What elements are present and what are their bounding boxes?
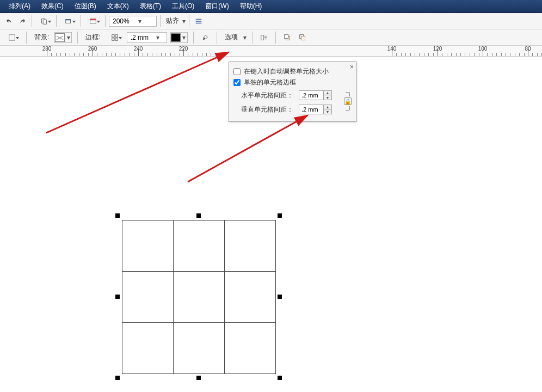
toolbar-table-props: 背景: ▾ 边框: .2 mm ▾ ▾ 选项 ▾ <box>0 29 542 46</box>
no-fill-swatch <box>55 33 65 42</box>
separator <box>105 15 106 27</box>
separate-borders-checkbox[interactable] <box>233 79 241 86</box>
welcome-icon[interactable] <box>84 15 102 27</box>
svg-rect-5 <box>90 19 96 20</box>
selection-handle-n[interactable] <box>196 213 201 218</box>
text-wrap-icon[interactable] <box>258 32 270 44</box>
v-spacing-spinner[interactable]: ▲▼ <box>299 105 332 114</box>
table-cell[interactable] <box>225 323 276 374</box>
table-cell[interactable] <box>174 323 225 374</box>
border-select-icon[interactable] <box>106 32 124 44</box>
table-grid[interactable] <box>122 220 276 374</box>
outline-pen-icon[interactable] <box>199 32 211 44</box>
chevron-down-icon[interactable]: ▾ <box>243 34 247 41</box>
table-cell[interactable] <box>225 272 276 323</box>
to-back-icon[interactable] <box>297 32 309 44</box>
separator <box>193 32 194 44</box>
border-label: 边框: <box>83 33 102 42</box>
copy-icon[interactable] <box>35 15 53 27</box>
svg-rect-7 <box>196 21 202 22</box>
close-icon[interactable]: × <box>350 63 354 71</box>
border-color-dropdown[interactable]: ▾ <box>170 32 188 43</box>
black-swatch <box>171 33 181 42</box>
svg-rect-16 <box>284 34 288 38</box>
auto-resize-checkbox[interactable] <box>233 68 241 75</box>
svg-rect-11 <box>115 34 118 36</box>
menu-help[interactable]: 帮助(H) <box>235 1 268 12</box>
separator <box>189 15 189 27</box>
selection-handle-e[interactable] <box>278 295 282 299</box>
table-cell[interactable] <box>225 220 276 272</box>
menu-table[interactable]: 表格(T) <box>134 1 167 12</box>
border-width-combo[interactable]: .2 mm ▾ <box>127 32 167 43</box>
h-spacing-label: 水平单元格间距： <box>241 91 295 100</box>
annotation-arrow-2 <box>185 111 321 187</box>
zoom-combo[interactable]: 200% ▾ <box>109 16 157 27</box>
menu-window[interactable]: 窗口(W) <box>200 1 234 12</box>
menu-bitmap[interactable]: 位图(B) <box>69 1 102 12</box>
svg-rect-13 <box>115 38 118 40</box>
svg-line-19 <box>46 52 229 133</box>
chevron-down-icon: ▾ <box>155 34 161 41</box>
svg-rect-6 <box>196 19 202 20</box>
h-spacing-spinner[interactable]: ▲▼ <box>299 90 332 100</box>
menu-arrange[interactable]: 排列(A) <box>3 1 36 12</box>
object-size-icon[interactable] <box>3 32 21 44</box>
menubar: 排列(A) 效果(C) 位图(B) 文本(X) 表格(T) 工具(O) 窗口(W… <box>0 0 542 13</box>
spinner-buttons[interactable]: ▲▼ <box>324 90 332 100</box>
selection-handle-sw[interactable] <box>115 376 120 380</box>
selection-handle-w[interactable] <box>115 295 120 299</box>
v-spacing-label: 垂直单元格间距： <box>241 105 295 114</box>
separator <box>160 15 161 27</box>
svg-line-20 <box>188 115 307 182</box>
table-cell[interactable] <box>122 272 174 323</box>
auto-resize-label: 在键入时自动调整单元格大小 <box>244 67 329 76</box>
separator <box>56 15 57 27</box>
background-label: 背景: <box>32 33 51 42</box>
table-cell[interactable] <box>122 220 174 272</box>
to-front-icon[interactable] <box>281 32 293 44</box>
snap-label[interactable]: 贴齐 <box>164 16 181 26</box>
table-cell[interactable] <box>174 220 225 272</box>
redo-icon[interactable] <box>16 15 28 27</box>
svg-rect-14 <box>261 35 263 40</box>
lock-icon: 🔒 <box>344 97 352 105</box>
border-width-value: .2 mm <box>131 34 155 41</box>
chevron-down-icon[interactable]: ▾ <box>182 17 186 25</box>
svg-rect-8 <box>196 22 202 23</box>
background-color-dropdown[interactable]: ▾ <box>54 32 72 43</box>
undo-icon[interactable] <box>3 15 15 27</box>
separator <box>252 32 252 44</box>
selection-handle-nw[interactable] <box>115 213 120 218</box>
chevron-down-icon: ▾ <box>65 34 71 41</box>
table-options-popup: × 在键入时自动调整单元格大小 单独的单元格边框 水平单元格间距： ▲▼ 垂直单… <box>229 62 356 122</box>
selection-handle-s[interactable] <box>196 376 201 380</box>
separator <box>81 15 81 27</box>
spinner-buttons[interactable]: ▲▼ <box>324 105 332 114</box>
annotation-arrow-1 <box>44 46 245 138</box>
table-cell[interactable] <box>122 323 174 374</box>
selection-handle-se[interactable] <box>278 376 282 380</box>
separator <box>217 32 217 44</box>
svg-rect-3 <box>66 19 71 20</box>
svg-rect-10 <box>112 34 114 36</box>
table-cell[interactable] <box>174 272 225 323</box>
options-small-icon[interactable] <box>193 15 205 27</box>
lock-link[interactable]: 🔒 <box>344 92 352 111</box>
v-spacing-input[interactable] <box>299 105 324 114</box>
table-object[interactable] <box>122 220 276 374</box>
h-spacing-input[interactable] <box>299 90 324 100</box>
options-label[interactable]: 选项 <box>223 33 240 42</box>
selection-handle-ne[interactable] <box>278 213 282 218</box>
svg-rect-12 <box>112 38 114 40</box>
separator <box>275 32 276 44</box>
launch-icon[interactable] <box>60 15 77 27</box>
svg-rect-18 <box>301 36 305 40</box>
menu-text[interactable]: 文本(X) <box>102 1 134 12</box>
canvas[interactable]: × 在键入时自动调整单元格大小 单独的单元格边框 水平单元格间距： ▲▼ 垂直单… <box>0 57 542 392</box>
menu-tools[interactable]: 工具(O) <box>167 1 200 12</box>
chevron-down-icon: ▾ <box>181 34 187 41</box>
chevron-down-icon: ▾ <box>137 17 143 25</box>
menu-effects[interactable]: 效果(C) <box>36 1 69 12</box>
svg-rect-1 <box>43 20 46 24</box>
